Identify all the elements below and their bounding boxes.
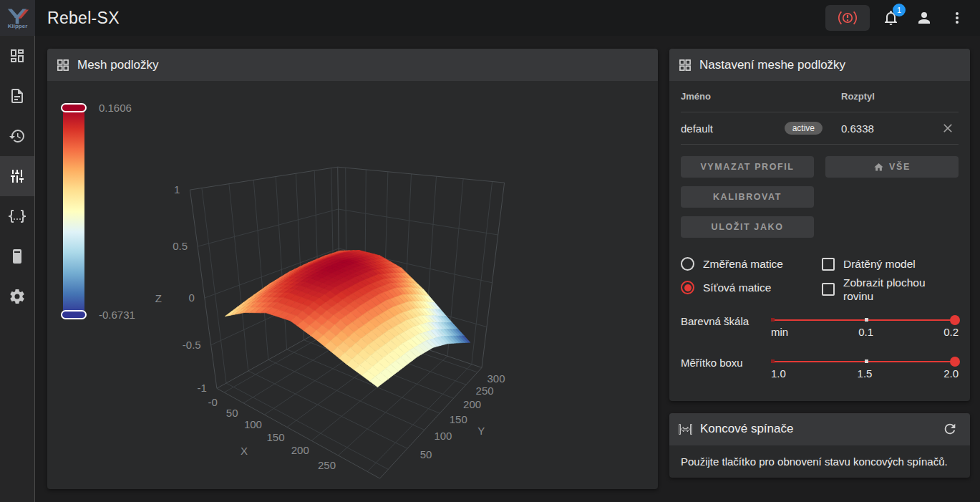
car-brake-alert-icon xyxy=(838,9,857,27)
sidebar-item-console[interactable] xyxy=(0,196,34,236)
radio-label: Změřená matice xyxy=(703,258,783,271)
sidebar-item-settings[interactable] xyxy=(0,276,34,317)
sidebar-item-system[interactable] xyxy=(0,236,34,276)
checkbox-icon[interactable] xyxy=(822,283,835,296)
overflow-menu-button[interactable] xyxy=(946,5,969,31)
app-header: Klipper Rebel-SX 1 xyxy=(0,0,980,36)
svg-text:100: 100 xyxy=(434,430,452,442)
profile-row[interactable]: default active 0.6338 xyxy=(681,112,959,145)
right-column: Nastavení meshe podložky Jméno Rozptyl d… xyxy=(669,49,970,478)
slider-control[interactable]: min0.10.2 xyxy=(771,315,959,347)
plot-sliders: Barevná škálamin0.10.2Měřítko boxu1.01.5… xyxy=(681,315,959,388)
arrow-expand-horizontal-icon xyxy=(678,422,693,437)
refresh-endstops-button[interactable] xyxy=(938,416,961,442)
svg-text:0.5: 0.5 xyxy=(173,240,188,252)
svg-text:1: 1 xyxy=(174,183,180,196)
checkbox-label: Drátěný model xyxy=(843,257,916,271)
main-content: Mesh podložky -0501001502002505010015020… xyxy=(36,36,980,502)
svg-text:150: 150 xyxy=(266,431,284,443)
radio-icon[interactable] xyxy=(681,257,694,271)
slider-tick-start xyxy=(771,359,775,363)
radio-label: Síťová matice xyxy=(703,281,771,294)
account-icon xyxy=(916,9,933,26)
grid-icon xyxy=(678,58,692,72)
slider-control[interactable]: 1.01.52.0 xyxy=(771,357,959,388)
radio-icon[interactable] xyxy=(681,281,694,294)
color-scale-min-value: -0.6731 xyxy=(99,309,135,321)
file-document-icon xyxy=(9,87,26,105)
settings-body: Jméno Rozptyl default active 0.6338 xyxy=(669,81,970,401)
slider-label: Barevná škála xyxy=(681,315,761,327)
mesh-actions: VYMAZAT PROFIL VŠE KALIBROVAT ULOŽIT JAK… xyxy=(681,156,959,238)
slider-tick-labels: min0.10.2 xyxy=(771,326,959,338)
notifications-button[interactable]: 1 xyxy=(880,5,903,31)
home-all-button[interactable]: VŠE xyxy=(825,156,959,178)
panel-title: Koncové spínače xyxy=(700,422,793,436)
klipper-logo[interactable]: Klipper xyxy=(0,0,35,36)
color-scale-max-handle[interactable] xyxy=(61,103,87,112)
color-scale-max-value: 0.1606 xyxy=(99,102,132,114)
color-scale-bar[interactable]: 0.1606 -0.6731 xyxy=(63,108,84,314)
tune-icon xyxy=(9,168,26,185)
dashboard-icon xyxy=(9,47,26,64)
endstops-panel-header: Koncové spínače xyxy=(669,413,970,445)
svg-text:250: 250 xyxy=(318,459,336,471)
dots-vertical-icon xyxy=(949,9,966,26)
grid-icon xyxy=(56,58,70,72)
profile-name: default xyxy=(681,122,713,135)
checkbox-option-1[interactable]: Zobrazit plochou rovinu xyxy=(822,276,959,304)
svg-text:Z: Z xyxy=(155,292,162,304)
clear-profile-button[interactable]: VYMAZAT PROFIL xyxy=(681,156,814,178)
klipper-logo-text: Klipper xyxy=(8,24,28,29)
slider-tick-mid xyxy=(865,318,868,322)
account-button[interactable] xyxy=(913,5,936,31)
slider-thumb[interactable] xyxy=(950,357,960,367)
checkbox-icon[interactable] xyxy=(822,258,835,271)
slider-label: Měřítko boxu xyxy=(681,357,761,369)
gear-icon xyxy=(9,288,26,305)
save-as-button[interactable]: ULOŽIT JAKO xyxy=(681,216,814,238)
bed-mesh-panel-header: Mesh podložky xyxy=(47,49,658,81)
settings-panel-header: Nastavení meshe podložky xyxy=(669,49,970,81)
checkbox-option-0[interactable]: Drátěný model xyxy=(822,252,959,276)
panel-title: Nastavení meshe podložky xyxy=(699,58,845,72)
display-options: Změřená maticeSíťová matice Drátěný mode… xyxy=(681,252,959,304)
sidebar-item-history[interactable] xyxy=(0,116,34,156)
bed-mesh-panel: Mesh podložky -0501001502002505010015020… xyxy=(47,49,658,489)
profile-variance: 0.6338 xyxy=(841,122,937,135)
active-badge: active xyxy=(785,122,823,135)
bed-mesh-3d-plot[interactable]: -0501001502002505010015020025030010.50-0… xyxy=(47,81,658,489)
endstops-panel: Koncové spínače Použijte tlačítko pro ob… xyxy=(669,413,970,478)
slider-row-0: Barevná škálamin0.10.2 xyxy=(681,315,959,347)
slider-thumb[interactable] xyxy=(950,315,960,325)
color-scale-min-handle[interactable] xyxy=(61,310,87,319)
delete-profile-button[interactable] xyxy=(937,121,959,135)
slider-tick-start xyxy=(771,318,775,322)
surface-plot-canvas[interactable]: -0501001502002505010015020025030010.50-0… xyxy=(47,81,658,489)
close-icon xyxy=(941,121,955,135)
refresh-icon xyxy=(942,421,958,437)
radio-option-1[interactable]: Síťová matice xyxy=(681,276,818,299)
sidebar-item-jobs[interactable] xyxy=(0,76,34,116)
svg-text:0: 0 xyxy=(188,291,194,304)
calibrate-button[interactable]: KALIBROVAT xyxy=(681,186,814,208)
column-variance: Rozptyl xyxy=(841,91,937,102)
checkbox-label: Zobrazit plochou rovinu xyxy=(843,276,959,304)
svg-text:250: 250 xyxy=(476,385,494,397)
svg-text:100: 100 xyxy=(244,418,262,430)
home-icon xyxy=(873,162,884,173)
app-title: Rebel-SX xyxy=(47,9,120,28)
sidebar-item-dashboard[interactable] xyxy=(0,36,34,76)
svg-text:200: 200 xyxy=(463,398,481,410)
topbar-actions: 1 xyxy=(825,5,980,31)
svg-text:50: 50 xyxy=(226,407,238,419)
radio-option-0[interactable]: Změřená matice xyxy=(681,252,818,276)
server-icon xyxy=(9,248,26,265)
emergency-stop-button[interactable] xyxy=(825,5,870,31)
sidebar-item-tune[interactable] xyxy=(0,156,34,196)
sidebar-nav xyxy=(0,36,35,502)
svg-text:-0: -0 xyxy=(208,396,218,408)
slider-tick-labels: 1.01.52.0 xyxy=(771,367,959,380)
profiles-table-header: Jméno Rozptyl xyxy=(681,81,959,112)
bed-mesh-settings-panel: Nastavení meshe podložky Jméno Rozptyl d… xyxy=(669,49,970,401)
